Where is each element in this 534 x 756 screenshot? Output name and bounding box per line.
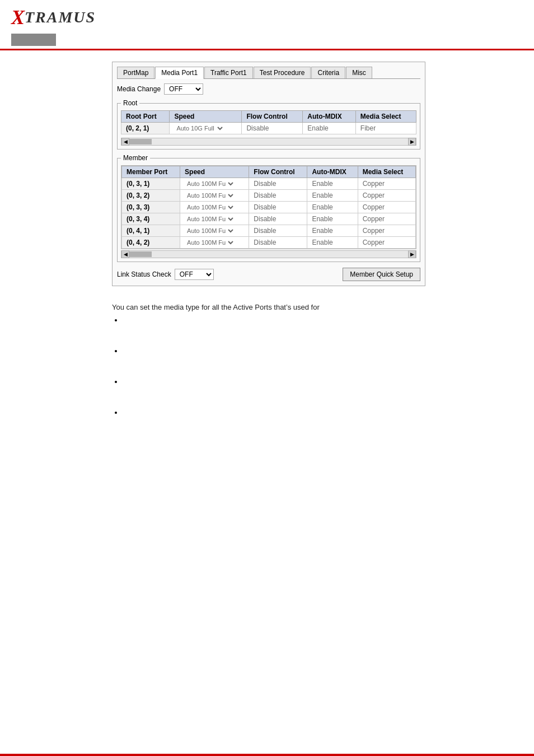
root-col-flow: Flow Control — [242, 111, 303, 123]
list-item — [123, 347, 534, 355]
nav-bar — [11, 34, 56, 46]
member-speed-cell-3: Auto 100M Full — [180, 213, 249, 225]
header: X TRAMUS — [0, 0, 534, 50]
member-speed-select-4[interactable]: Auto 100M Full — [185, 227, 235, 235]
member-automdix-cell-1: Enable — [307, 190, 358, 202]
member-scroll-thumb — [129, 251, 152, 257]
root-col-speed: Speed — [170, 111, 242, 123]
root-label: Root — [121, 99, 139, 107]
root-speed-select[interactable]: Auto 10G Full — [174, 124, 224, 132]
member-automdix-cell-0: Enable — [307, 178, 358, 190]
member-col-speed: Speed — [180, 166, 249, 178]
member-speed-select-5[interactable]: Auto 100M Full — [185, 239, 235, 246]
member-col-port: Member Port — [122, 166, 180, 178]
root-automdix-cell: Enable — [303, 123, 355, 134]
table-row: (0, 3, 2)Auto 100M FullDisableEnableCopp… — [122, 190, 416, 202]
table-row: (0, 3, 3)Auto 100M FullDisableEnableCopp… — [122, 202, 416, 213]
table-row: (0, 4, 2)Auto 100M FullDisableEnableCopp… — [122, 237, 416, 249]
member-flow-cell-4: Disable — [249, 225, 307, 237]
root-section: Root Root Port Speed Flow Control Auto-M… — [117, 99, 420, 150]
root-scroll-area: Root Port Speed Flow Control Auto-MDIX M… — [121, 110, 416, 134]
tab-test-procedure[interactable]: Test Procedure — [254, 67, 311, 78]
tab-misc[interactable]: Misc — [346, 67, 372, 78]
tab-criteria[interactable]: Criteria — [311, 67, 345, 78]
root-table: Root Port Speed Flow Control Auto-MDIX M… — [121, 110, 416, 134]
member-col-flow: Flow Control — [249, 166, 307, 178]
panel: PortMap Media Port1 Traffic Port1 Test P… — [112, 62, 425, 286]
bullet-list — [0, 316, 534, 417]
table-row: (0, 3, 4)Auto 100M FullDisableEnableCopp… — [122, 213, 416, 225]
member-port-cell-4: (0, 4, 1) — [122, 225, 180, 237]
member-label: Member — [121, 154, 150, 162]
root-scroll-thumb — [129, 139, 152, 144]
main-content: PortMap Media Port1 Traffic Port1 Test P… — [0, 56, 534, 292]
root-col-media: Media Select — [355, 111, 416, 123]
root-flow-cell: Disable — [242, 123, 303, 134]
member-scroll-left[interactable]: ◀ — [121, 250, 129, 258]
list-item — [123, 408, 534, 417]
member-speed-select-0[interactable]: Auto 100M Full — [185, 180, 235, 188]
member-port-cell-5: (0, 4, 2) — [122, 237, 180, 249]
root-speed-cell: Auto 10G Full — [170, 123, 242, 134]
tab-media-port1[interactable]: Media Port1 — [155, 67, 204, 79]
logo-x: X — [11, 6, 25, 29]
member-speed-cell-1: Auto 100M Full — [180, 190, 249, 202]
member-speed-select-2[interactable]: Auto 100M Full — [185, 203, 235, 211]
member-port-cell-3: (0, 3, 4) — [122, 213, 180, 225]
media-change-label: Media Change — [117, 85, 161, 93]
member-media-cell-5: Copper — [358, 237, 415, 249]
member-port-cell-2: (0, 3, 3) — [122, 202, 180, 213]
media-change-row: Media Change OFF ON — [117, 83, 420, 95]
member-automdix-cell-5: Enable — [307, 237, 358, 249]
table-row: (0, 3, 1)Auto 100M FullDisableEnableCopp… — [122, 178, 416, 190]
root-scroll-track — [129, 139, 408, 144]
media-change-select[interactable]: OFF ON — [164, 83, 203, 95]
tab-bar: PortMap Media Port1 Traffic Port1 Test P… — [117, 67, 420, 79]
description-text: You can set the media type for all the A… — [0, 303, 534, 311]
member-quick-setup-button[interactable]: Member Quick Setup — [343, 268, 420, 281]
logo: X TRAMUS — [11, 6, 523, 29]
list-item — [123, 316, 534, 324]
tab-traffic-port1[interactable]: Traffic Port1 — [204, 67, 253, 78]
member-media-cell-4: Copper — [358, 225, 415, 237]
member-section: Member Member Port Speed Flow Control Au… — [117, 154, 420, 262]
member-table: Member Port Speed Flow Control Auto-MDIX… — [121, 166, 416, 249]
table-row: (0, 2, 1) Auto 10G Full Disable Enable F… — [121, 123, 416, 134]
member-flow-cell-5: Disable — [249, 237, 307, 249]
member-col-automdix: Auto-MDIX — [307, 166, 358, 178]
member-speed-cell-0: Auto 100M Full — [180, 178, 249, 190]
member-speed-cell-4: Auto 100M Full — [180, 225, 249, 237]
root-col-automdix: Auto-MDIX — [303, 111, 355, 123]
member-automdix-cell-2: Enable — [307, 202, 358, 213]
root-port-cell: (0, 2, 1) — [121, 123, 170, 134]
link-status-select[interactable]: OFF ON — [175, 269, 214, 280]
member-speed-select-1[interactable]: Auto 100M Full — [185, 192, 235, 199]
member-flow-cell-2: Disable — [249, 202, 307, 213]
member-media-cell-0: Copper — [358, 178, 415, 190]
member-scroll-right[interactable]: ▶ — [408, 250, 416, 258]
table-row: (0, 4, 1)Auto 100M FullDisableEnableCopp… — [122, 225, 416, 237]
member-automdix-cell-3: Enable — [307, 213, 358, 225]
member-col-media: Media Select — [358, 166, 415, 178]
member-hscrollbar[interactable]: ◀ ▶ — [121, 250, 416, 258]
member-scroll-area[interactable]: Member Port Speed Flow Control Auto-MDIX… — [121, 165, 416, 249]
root-scroll-right[interactable]: ▶ — [408, 138, 416, 146]
root-col-port: Root Port — [121, 111, 170, 123]
member-media-cell-3: Copper — [358, 213, 415, 225]
bottom-row: Link Status Check OFF ON Member Quick Se… — [117, 268, 420, 281]
member-automdix-cell-4: Enable — [307, 225, 358, 237]
member-scroll-track — [129, 251, 408, 257]
link-status-row: Link Status Check OFF ON — [117, 269, 214, 280]
member-speed-select-3[interactable]: Auto 100M Full — [185, 215, 235, 223]
root-scroll-left[interactable]: ◀ — [121, 138, 129, 146]
list-item — [123, 377, 534, 386]
logo-tramus: TRAMUS — [25, 8, 96, 26]
link-status-label: Link Status Check — [117, 270, 171, 278]
root-media-cell: Fiber — [355, 123, 416, 134]
root-hscrollbar[interactable]: ◀ ▶ — [121, 138, 416, 146]
description-body: You can set the media type for all the A… — [112, 303, 320, 311]
footer-line — [0, 754, 534, 756]
member-flow-cell-3: Disable — [249, 213, 307, 225]
member-media-cell-2: Copper — [358, 202, 415, 213]
tab-portmap[interactable]: PortMap — [117, 67, 154, 78]
